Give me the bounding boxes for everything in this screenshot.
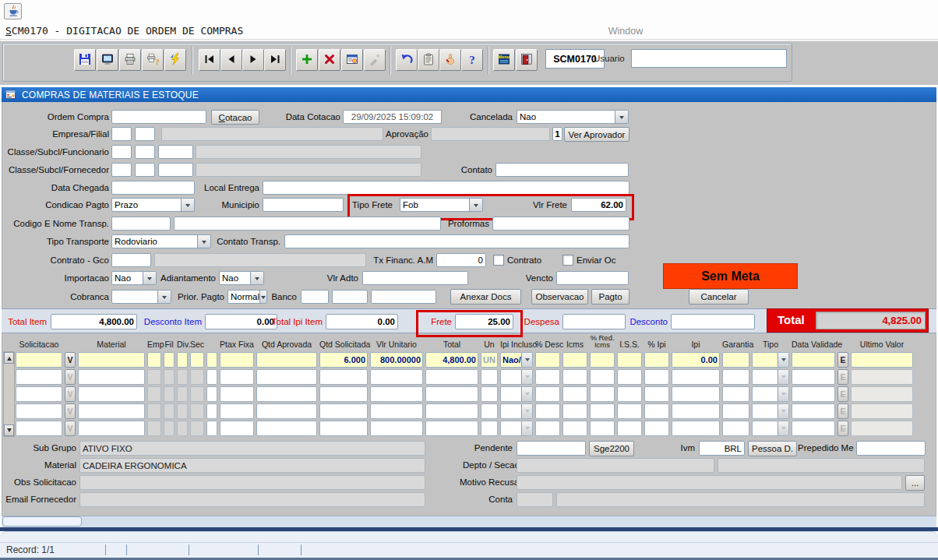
scroll-up-button[interactable]	[4, 352, 14, 364]
local-entrega-input[interactable]	[263, 181, 629, 195]
grid-e_button[interactable]: E	[838, 352, 848, 368]
empresa-input[interactable]	[111, 127, 132, 141]
menu-button[interactable]: Menu	[493, 49, 515, 71]
contato-transp-input[interactable]	[284, 234, 629, 248]
cobranca-select[interactable]	[111, 290, 171, 304]
grid-cell-un[interactable]: UN	[481, 352, 498, 368]
delete-record-button[interactable]	[319, 49, 340, 71]
pessoa-d-button[interactable]: Pessoa D.	[748, 441, 797, 456]
codigo-transp-input[interactable]	[111, 217, 171, 231]
scroll-down-button[interactable]	[4, 424, 14, 436]
help-button[interactable]: ?	[461, 49, 483, 71]
first-record-button[interactable]	[199, 49, 220, 71]
prior-pagto-select[interactable]: Normal	[227, 290, 267, 304]
codigo-func-input[interactable]	[158, 145, 193, 159]
tipo-transporte-select[interactable]: Rodoviario	[111, 234, 211, 248]
motivo-recusa-more-button[interactable]: ...	[905, 475, 925, 491]
java-app-button[interactable]	[4, 3, 22, 19]
grid-cell-garantia[interactable]	[722, 352, 749, 368]
banco-input-2[interactable]	[332, 290, 368, 304]
chevron-down-icon[interactable]	[259, 291, 266, 303]
importacao-select[interactable]: Nao	[111, 271, 157, 285]
grid-cell-pct_desc[interactable]	[535, 352, 560, 368]
direct-entry-button[interactable]	[97, 49, 118, 71]
contato-input[interactable]	[495, 163, 629, 177]
grid-cell-icms[interactable]	[562, 352, 587, 368]
print-setup-button[interactable]: ?	[142, 49, 164, 71]
chevron-down-icon[interactable]	[143, 272, 156, 284]
cancelada-select[interactable]: Nao	[517, 110, 629, 124]
ordem-compra-input[interactable]	[111, 110, 206, 124]
chevron-down-icon[interactable]	[157, 291, 171, 303]
grid-vertical-scrollbar[interactable]	[3, 351, 15, 437]
grid-cell-vlr_unitario[interactable]: 800.00000	[370, 352, 423, 368]
lov-button[interactable]	[364, 49, 386, 71]
condicao-pagto-select[interactable]: Prazo	[111, 198, 195, 212]
last-record-button[interactable]	[264, 49, 286, 71]
grid-cell-sec2[interactable]	[206, 352, 217, 368]
contrato-gco-input[interactable]	[111, 253, 151, 267]
grid-cell-ipi[interactable]: 0.00	[672, 352, 720, 368]
record-action-button[interactable]	[439, 49, 461, 71]
chevron-down-icon[interactable]	[778, 353, 788, 367]
observacao-button[interactable]: Observacao	[531, 289, 588, 305]
chevron-down-icon[interactable]	[250, 272, 263, 284]
grid-cell-ptax_fixa[interactable]	[220, 352, 254, 368]
vencto-input[interactable]	[556, 271, 629, 285]
data-chegada-input[interactable]	[111, 181, 195, 195]
filial-input[interactable]	[135, 127, 155, 141]
nome-transp-input[interactable]	[174, 217, 441, 231]
municipio-input[interactable]	[263, 198, 344, 212]
print-button[interactable]	[119, 49, 141, 71]
frete-field[interactable]: 25.00	[455, 314, 513, 329]
grid-cell-qtd_solicitada[interactable]: 6.000	[319, 352, 368, 368]
grid-cell-total[interactable]: 4,800.00	[425, 352, 478, 368]
chevron-down-icon[interactable]	[469, 199, 482, 211]
chevron-down-icon[interactable]	[181, 199, 194, 211]
grid-cell-ipi_incluso[interactable]: Nao/...	[500, 352, 533, 368]
grid-cell-qtd_aprovada[interactable]	[256, 352, 317, 368]
subcl-forn-input[interactable]	[135, 163, 155, 177]
chevron-down-icon[interactable]	[197, 235, 210, 248]
grid-cell-div[interactable]	[177, 352, 188, 368]
previous-record-button[interactable]	[220, 49, 242, 71]
chevron-down-icon[interactable]	[521, 353, 532, 367]
classe-forn-input[interactable]	[111, 163, 132, 177]
classe-func-input[interactable]	[111, 145, 132, 159]
despesa-field[interactable]	[562, 314, 626, 329]
grid-v_button[interactable]: V	[65, 352, 76, 368]
execute-button[interactable]	[164, 49, 186, 71]
grid-cell-material[interactable]	[78, 352, 145, 368]
banco-input-3[interactable]	[371, 290, 436, 304]
enter-query-button[interactable]	[341, 49, 363, 71]
prepedido-me-input[interactable]	[856, 441, 926, 456]
pagto-button[interactable]: Pagto	[591, 289, 629, 305]
next-record-button[interactable]	[242, 49, 264, 71]
cancelar-button[interactable]: Cancelar	[689, 289, 749, 305]
grid-cell-emp[interactable]	[147, 352, 161, 368]
desconto-field[interactable]	[671, 314, 755, 329]
ver-aprovador-button[interactable]: Ver Aprovador	[564, 127, 629, 142]
sge2200-button[interactable]: Sge2200	[589, 441, 634, 456]
codigo-forn-input[interactable]	[158, 163, 193, 177]
contrato-checkbox[interactable]	[493, 255, 504, 266]
grid-cell-sec[interactable]	[190, 352, 204, 368]
vlr-adto-input[interactable]	[362, 271, 468, 285]
proformas-input[interactable]	[492, 217, 629, 231]
grid-cell-data_validade[interactable]	[792, 352, 835, 368]
grid-cell-pct_red_icms[interactable]	[590, 352, 615, 368]
tipo-frete-select[interactable]: Fob	[400, 198, 483, 212]
horizontal-scrollbar-thumb[interactable]	[2, 516, 82, 527]
grid-cell-iss[interactable]	[617, 352, 642, 368]
save-button[interactable]	[74, 49, 96, 71]
grid-cell-fil[interactable]	[164, 352, 175, 368]
horizontal-scrollbar-track[interactable]	[2, 516, 936, 527]
enviar-oc-checkbox[interactable]	[562, 255, 573, 266]
usuario-input[interactable]	[631, 49, 787, 68]
grid-cell-ultimo_valor[interactable]	[851, 352, 913, 368]
clipboard-button[interactable]	[418, 49, 439, 71]
insert-record-button[interactable]	[296, 49, 318, 71]
tx-financ-input[interactable]: 0	[436, 253, 486, 267]
exit-button[interactable]	[516, 49, 538, 71]
grid-cell-pct_ipi[interactable]	[644, 352, 669, 368]
